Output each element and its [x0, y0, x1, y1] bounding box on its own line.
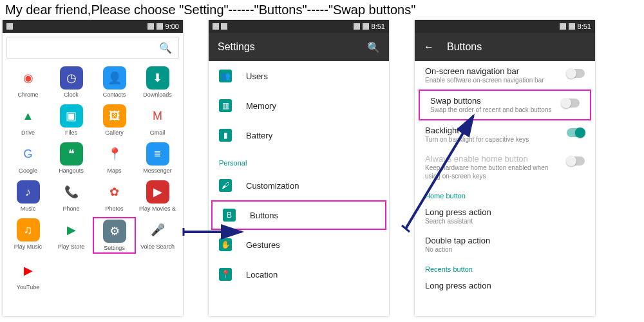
app-icon: 🖼: [103, 104, 126, 128]
settings-label: Location: [246, 270, 278, 279]
app-icon: 📍: [103, 142, 126, 166]
app-phone[interactable]: 📞Phone: [50, 179, 93, 213]
app-label: Play Store: [58, 243, 85, 250]
app-icon: ♪: [17, 180, 40, 204]
app-label: Music: [21, 205, 36, 212]
app-label: Phone: [62, 205, 79, 212]
app-settings[interactable]: ⚙Settings: [93, 217, 136, 254]
settings-item-location[interactable]: 📍Location: [209, 260, 389, 289]
toggle-on-screen-navigation-bar[interactable]: On-screen navigation barEnable software …: [415, 61, 595, 90]
app-icon: M: [146, 104, 169, 128]
settings-label: Customization: [246, 181, 299, 191]
app-messenger[interactable]: ≡Messenger: [136, 141, 179, 175]
settings-icon: ▮: [219, 129, 232, 142]
signal-icon: [354, 23, 360, 30]
settings-item-battery[interactable]: ▮Battery: [209, 120, 389, 150]
battery-icon: [156, 23, 163, 30]
app-icon: ▶: [17, 259, 40, 282]
app-clock[interactable]: ◷Clock: [50, 65, 93, 99]
app-label: Files: [65, 129, 77, 136]
wifi-icon: [221, 23, 227, 30]
toggle-title: Swap buttons: [430, 96, 556, 106]
section-header-recents: Recents button: [415, 259, 595, 276]
app-label: Gallery: [105, 129, 124, 136]
settings-icon: 🖌: [219, 179, 232, 192]
settings-item-memory[interactable]: ▥Memory: [209, 91, 389, 120]
app-icon: ▣: [60, 104, 83, 128]
pref-subtitle: No action: [425, 245, 585, 254]
app-icon: ⬇: [146, 66, 169, 90]
app-play-music[interactable]: ♫Play Music: [6, 217, 50, 254]
app-files[interactable]: ▣Files: [50, 103, 93, 137]
app-label: Drive: [21, 129, 35, 136]
svg-line-2: [406, 116, 473, 229]
status-bar: 8:51: [415, 20, 595, 33]
settings-icon: 📍: [219, 268, 232, 281]
switch[interactable]: [567, 69, 585, 78]
status-bar: 9:00: [3, 20, 183, 33]
signal-icon: [560, 23, 566, 30]
app-icon: ✿: [103, 180, 126, 204]
pref-title: Long press action: [425, 281, 585, 290]
toggle-subtitle: Enable software on-screen navigation bar: [425, 76, 562, 84]
settings-icon: 👥: [219, 70, 232, 82]
app-label: Messenger: [143, 167, 172, 174]
search-bar[interactable]: 🔍: [6, 37, 179, 59]
switch: [567, 156, 585, 166]
app-icon: 🎤: [146, 218, 169, 242]
app-music[interactable]: ♪Music: [6, 179, 50, 213]
app-play-movies-[interactable]: ▶Play Movies &: [136, 179, 179, 213]
section-header-personal: Personal: [209, 150, 389, 171]
app-youtube[interactable]: ▶YouTube: [6, 258, 50, 292]
app-label: YouTube: [17, 284, 39, 290]
status-bar: 8:51: [209, 20, 389, 33]
app-label: Gmail: [150, 129, 166, 136]
app-icon: ▶: [60, 218, 83, 242]
app-label: Play Music: [14, 243, 43, 250]
app-label: Chrome: [17, 91, 38, 98]
app-google[interactable]: GGoogle: [6, 141, 50, 175]
clock-text: 8:51: [578, 23, 591, 30]
settings-label: Buttons: [250, 211, 278, 220]
app-label: Photos: [105, 205, 123, 212]
back-icon[interactable]: ←: [424, 41, 434, 53]
app-hangouts[interactable]: ❝Hangouts: [50, 141, 93, 175]
app-label: Downloads: [143, 91, 172, 98]
app-icon: 📞: [60, 180, 83, 204]
battery-icon: [569, 23, 575, 30]
settings-label: Users: [246, 71, 268, 81]
app-icon: ◉: [17, 66, 40, 90]
app-label: Voice Search: [140, 243, 175, 250]
app-maps[interactable]: 📍Maps: [93, 141, 136, 175]
instruction-text: My dear friend,Please choose "Setting"--…: [0, 0, 644, 20]
app-label: Play Movies &: [139, 205, 176, 212]
app-icon: 👤: [103, 66, 126, 90]
app-voice-search[interactable]: 🎤Voice Search: [136, 217, 179, 254]
app-bar: ← Buttons: [415, 33, 595, 61]
app-icon: ❝: [60, 142, 83, 166]
app-contacts[interactable]: 👤Contacts: [93, 65, 136, 99]
app-label: Settings: [104, 245, 125, 251]
arrow-2: [399, 109, 483, 238]
app-chrome[interactable]: ◉Chrome: [6, 65, 50, 99]
settings-item-users[interactable]: 👥Users: [209, 61, 389, 91]
app-label: Google: [19, 167, 37, 174]
settings-title: Settings: [218, 41, 255, 53]
switch[interactable]: [562, 99, 580, 108]
settings-item-customization[interactable]: 🖌Customization: [209, 171, 389, 200]
app-label: Clock: [64, 91, 79, 98]
app-downloads[interactable]: ⬇Downloads: [136, 65, 179, 99]
app-gallery[interactable]: 🖼Gallery: [93, 103, 136, 137]
app-icon: ≡: [146, 142, 169, 166]
settings-label: Memory: [246, 101, 276, 111]
app-label: Hangouts: [59, 167, 84, 174]
notification-icon: [213, 23, 219, 30]
app-play-store[interactable]: ▶Play Store: [50, 217, 93, 254]
app-drive[interactable]: ▲Drive: [6, 103, 50, 137]
app-photos[interactable]: ✿Photos: [93, 179, 136, 213]
pref-long-press-action[interactable]: Long press action: [415, 276, 595, 296]
search-icon[interactable]: 🔍: [367, 41, 380, 53]
app-gmail[interactable]: MGmail: [136, 103, 179, 137]
toggle-title: On-screen navigation bar: [425, 66, 562, 76]
switch[interactable]: [567, 128, 585, 137]
